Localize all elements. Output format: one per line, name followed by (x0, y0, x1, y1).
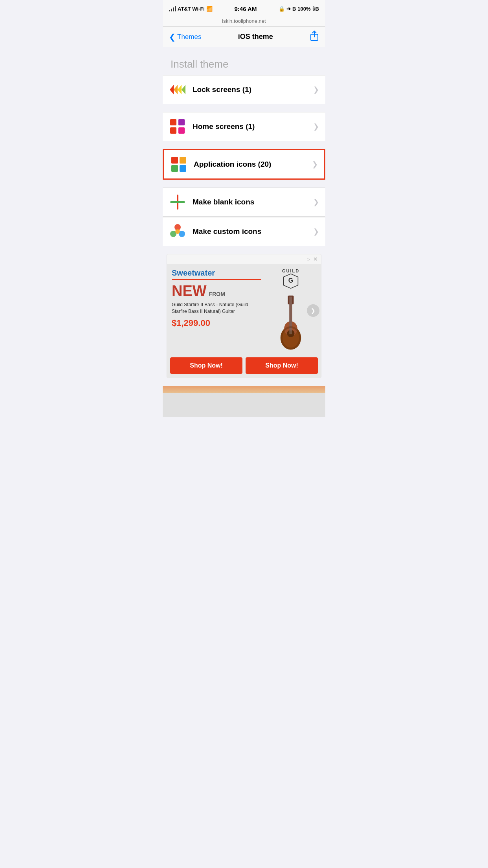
status-bar: AT&T Wi-Fi 📶 9:46 AM 🔒 ➔ B 100% ὐ‌B (163, 0, 325, 17)
svg-point-24 (287, 330, 295, 337)
svg-rect-12 (171, 165, 178, 172)
ad-flag-icon: ▷ (307, 257, 310, 262)
guild-logo: GUILD G (282, 268, 299, 292)
guild-badge-icon: G (283, 273, 299, 289)
battery-text: 100% (297, 6, 310, 12)
ad-header: ▷ ✕ (167, 254, 321, 264)
svg-rect-6 (170, 119, 176, 125)
svg-marker-5 (182, 85, 185, 94)
url-bar: iskin.tooliphone.net (163, 17, 325, 27)
ad-body: Sweetwater NEW FROM Guild Starfire II Ba… (167, 264, 321, 357)
bluetooth-icon: B (292, 6, 296, 12)
advertisement: ▷ ✕ Sweetwater NEW FROM Guild Starfire I… (167, 254, 321, 378)
ad-right-content: GUILD G (265, 268, 316, 353)
ad-left-content: Sweetwater NEW FROM Guild Starfire II Ba… (172, 268, 261, 353)
app-icons-section: Application icons (20) ❯ (163, 149, 325, 180)
ad-new-from: NEW FROM (172, 283, 261, 298)
carrier-text: AT&T Wi-Fi (178, 6, 205, 12)
back-chevron-icon: ❮ (169, 32, 176, 42)
ad-from-text: FROM (209, 291, 225, 297)
back-button[interactable]: ❮ Themes (169, 32, 201, 42)
svg-marker-3 (174, 85, 178, 94)
share-button[interactable] (310, 30, 319, 44)
home-screens-chevron: ❯ (313, 122, 319, 131)
ad-next-button[interactable]: ❯ (307, 304, 319, 317)
back-label: Themes (177, 33, 201, 41)
custom-icons-chevron: ❯ (313, 227, 319, 236)
section-header: Install theme (163, 47, 325, 75)
guild-text: GUILD (282, 268, 299, 273)
shop-now-button-2[interactable]: Shop Now! (246, 357, 318, 374)
blank-icons-item[interactable]: Make blank icons ❯ (163, 188, 325, 216)
signal-bars (169, 6, 176, 11)
svg-rect-11 (180, 157, 186, 164)
app-icons-icon (170, 156, 187, 173)
url-text: iskin.tooliphone.net (222, 18, 266, 24)
main-content: Install theme Lock screens (1) ❯ (163, 47, 325, 417)
lock-screens-chevron: ❯ (313, 85, 319, 94)
bottom-area (163, 393, 325, 417)
svg-marker-2 (170, 85, 174, 94)
lock-screens-section: Lock screens (1) ❯ (163, 75, 325, 104)
svg-rect-8 (178, 119, 185, 125)
svg-rect-26 (288, 296, 294, 305)
ad-buttons: Shop Now! Shop Now! (167, 357, 321, 378)
home-screens-icon (169, 118, 186, 135)
nav-bar: ❮ Themes iOS theme (163, 27, 325, 47)
ad-underline (172, 279, 261, 280)
lock-screens-item[interactable]: Lock screens (1) ❯ (163, 75, 325, 104)
home-screens-label: Home screens (1) (193, 122, 313, 131)
home-screens-item[interactable]: Home screens (1) ❯ (163, 112, 325, 141)
ad-brand: Sweetwater (172, 268, 261, 278)
custom-icons-section: Make custom icons ❯ (163, 217, 325, 246)
ad-product-name: Guild Starfire II Bass - Natural (Guild … (172, 302, 261, 315)
svg-text:G: G (288, 277, 293, 284)
bottom-gradient (163, 386, 325, 393)
battery-icon: ὐ‌B (312, 6, 319, 12)
ad-price: $1,299.00 (172, 318, 261, 328)
blank-icons-chevron: ❯ (313, 198, 319, 206)
guitar-illustration (269, 294, 312, 353)
lock-icon: 🔒 (279, 6, 285, 12)
status-carrier: AT&T Wi-Fi 📶 (169, 6, 213, 12)
shop-now-button-1[interactable]: Shop Now! (170, 357, 242, 374)
page-title: iOS theme (238, 33, 273, 41)
ad-new-text: NEW (172, 283, 207, 298)
lock-screens-icon (169, 81, 186, 98)
svg-rect-10 (171, 157, 178, 164)
custom-icons-icon (169, 223, 186, 240)
custom-icons-item[interactable]: Make custom icons ❯ (163, 217, 325, 246)
blank-icons-section: Make blank icons ❯ (163, 188, 325, 217)
svg-rect-13 (180, 165, 186, 172)
ad-close-icon[interactable]: ✕ (313, 256, 318, 262)
status-right: 🔒 ➔ B 100% ὐ‌B (279, 6, 319, 12)
svg-marker-4 (178, 85, 182, 94)
status-time: 9:46 AM (234, 6, 257, 12)
home-screens-section: Home screens (1) ❯ (163, 112, 325, 141)
location-icon: ➔ (286, 6, 291, 12)
custom-icons-label: Make custom icons (193, 227, 313, 236)
lock-screens-label: Lock screens (1) (193, 85, 313, 94)
blank-icons-label: Make blank icons (193, 198, 313, 206)
blank-icons-icon (169, 193, 186, 211)
app-icons-item[interactable]: Application icons (20) ❯ (164, 150, 324, 178)
svg-point-19 (175, 229, 180, 234)
svg-rect-9 (178, 127, 185, 134)
wifi-icon: 📶 (206, 6, 213, 12)
svg-rect-7 (170, 127, 176, 134)
app-icons-chevron: ❯ (312, 160, 318, 169)
app-icons-label: Application icons (20) (194, 160, 312, 169)
